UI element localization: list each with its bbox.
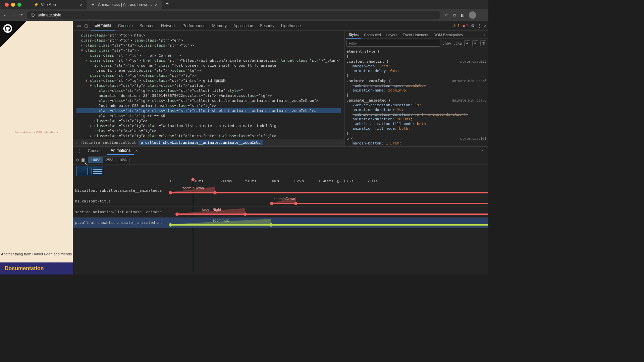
devtools-tab-sources[interactable]: Sources	[136, 21, 158, 31]
track-row[interactable]: p.callout-showList.animate__animated.ani…	[73, 218, 488, 228]
dom-line[interactable]: -grow fc-theme-githubclass="str">">…clas…	[76, 68, 341, 73]
styles-rules[interactable]: element.style {}.callout-showList {style…	[344, 48, 488, 146]
keyframe-dot[interactable]	[270, 202, 273, 205]
dom-line[interactable]: ▼ class=class="str">"tg"> class=class="s…	[76, 78, 341, 83]
keyframe-dot[interactable]	[269, 223, 273, 227]
computed-icon[interactable]: ≡	[472, 40, 478, 46]
dom-line[interactable]: ▼ class=class="str">"tg"> class=class="s…	[76, 83, 341, 88]
close-tab-icon[interactable]: ×	[135, 148, 138, 153]
dom-line[interactable]: ▸ class=class="str">"tg"> class="animati…	[76, 123, 341, 128]
devtools-tab-elements[interactable]: Elements	[91, 21, 115, 31]
dom-line[interactable]: class=class="str">"tg">>class=class="str…	[76, 73, 341, 78]
devtools-tab-network[interactable]: Network	[158, 21, 179, 31]
devtools-tab-application[interactable]: Application	[230, 21, 257, 31]
forward-button[interactable]: →	[11, 13, 15, 17]
bookmark-icon[interactable]: ☆	[444, 13, 448, 17]
side-panel-icon[interactable]: ◧	[461, 13, 464, 17]
keyframe-dot[interactable]	[175, 213, 179, 216]
reload-button[interactable]: ⟳	[19, 13, 23, 17]
fork-corner[interactable]	[0, 21, 27, 48]
device-toolbar-icon[interactable]: ▢	[84, 23, 88, 28]
breadcrumb-item[interactable]: section.callout	[103, 140, 136, 145]
devtools-tab-memory[interactable]: Memory	[209, 21, 230, 31]
browser-tab-vite[interactable]: ⚡ Vite App ×	[30, 0, 87, 9]
styles-filter-input[interactable]	[346, 40, 440, 47]
menu-icon[interactable]: ⋮	[481, 13, 485, 17]
devtools-tab-console[interactable]: Console	[115, 21, 136, 31]
dom-line[interactable]: tclass="str">">…class="tg">>	[76, 128, 341, 133]
track-bar[interactable]	[170, 192, 488, 193]
new-style-rule-icon[interactable]: +	[464, 40, 470, 46]
track-bar[interactable]	[170, 224, 488, 226]
close-devtools-icon[interactable]: ×	[484, 23, 486, 28]
dom-line[interactable]: Just-add-water CSS animationsclass=class…	[76, 103, 341, 108]
breadcrumb-left-icon[interactable]: ‹	[75, 140, 77, 145]
track-row[interactable]: h1.callout-titlezoomInDown	[73, 196, 488, 207]
dom-line[interactable]: id=class="str">"fork-corner" class="fork…	[76, 63, 341, 68]
clear-icon[interactable]: ⊘	[76, 158, 79, 162]
keyframe-dot[interactable]	[244, 213, 247, 216]
speed-100%[interactable]: 100%	[88, 157, 103, 163]
profile-avatar[interactable]	[469, 11, 476, 19]
track-bar[interactable]	[177, 214, 488, 215]
styles-tab-dom-breakpoints[interactable]: DOM Breakpoints	[431, 31, 466, 39]
close-drawer-icon[interactable]: ×	[479, 148, 486, 153]
errors-badge[interactable]: ■ 1	[463, 23, 468, 28]
hov-toggle[interactable]: :hov	[442, 41, 451, 46]
drawer-menu-icon[interactable]: ⋮	[75, 148, 83, 153]
toggle-sidebar-icon[interactable]: ◫	[480, 40, 486, 46]
keyframe-dot[interactable]	[294, 202, 298, 205]
dom-tree[interactable]: class=class="str">"tg"> html> class=clas…	[73, 31, 344, 139]
back-button[interactable]: ←	[3, 13, 7, 17]
track-bar[interactable]	[272, 203, 488, 204]
dom-line[interactable]: class=class="str">"tg"> html>	[76, 33, 341, 38]
dom-line[interactable]: class=class="str">"tg">>	[76, 118, 341, 123]
maximize-window-icon[interactable]	[17, 3, 21, 7]
styles-tab-computed[interactable]: Computed	[361, 31, 384, 39]
play-icon[interactable]: ▷	[337, 179, 340, 184]
dom-line[interactable]: class=class="str">"tg"> lang=class="str"…	[76, 38, 341, 43]
keyframe-dot[interactable]	[169, 191, 172, 194]
dom-line[interactable]: ▸ class=class="str">"tg">>…class=class="…	[76, 43, 341, 48]
animation-groups[interactable]	[73, 165, 488, 178]
timeline-ruler[interactable]: 219 ms ▷ 0250 ms500 ms750 ms1.00 s1.25 s…	[73, 178, 488, 185]
site-info-icon[interactable]: ⓘ	[31, 12, 35, 18]
dom-line[interactable]: ▼ class=class="str">"tg">>	[76, 48, 341, 53]
track-row[interactable]: h2.callout-subtitle.animate__animated.an…	[73, 185, 488, 196]
author-link[interactable]: Daniel Eden	[32, 252, 52, 256]
minimize-window-icon[interactable]	[11, 3, 15, 7]
dom-line[interactable]: animation-duration: 234.39291463675022ms…	[76, 93, 341, 98]
dom-line[interactable]: class=class="str">"tg">> == $0	[76, 113, 341, 118]
documentation-heading[interactable]: Documentation	[0, 262, 73, 275]
dom-line[interactable]: class=class="str">"tg"> class=class="str…	[76, 98, 341, 103]
warnings-badge[interactable]: ⚠ 1	[453, 23, 460, 28]
styles-tab-event-listeners[interactable]: Event Listeners	[400, 31, 431, 39]
keyframe-dot[interactable]	[213, 191, 217, 194]
keyframe-dot[interactable]	[169, 223, 172, 227]
speed-10%[interactable]: 10%	[116, 157, 129, 163]
devtools-tab-lighthouse[interactable]: Lighthouse	[278, 21, 304, 31]
dom-line[interactable]: ▸ class=class="str">"tg"> class=class="s…	[76, 133, 341, 138]
more-icon[interactable]: ⋮	[477, 23, 481, 28]
styles-tab-layout[interactable]: Layout	[384, 31, 400, 39]
friends-link[interactable]: friends	[61, 252, 72, 256]
extensions-icon[interactable]: ⧉	[453, 13, 456, 17]
breadcrumb-right-icon[interactable]: ›	[340, 140, 342, 145]
inspect-icon[interactable]: ▭	[77, 23, 81, 28]
pause-icon[interactable]: ▮▮	[81, 157, 84, 162]
browser-tab-animate[interactable]: ✦ Animate.css | A cross-brows… ×	[87, 0, 162, 9]
styles-tab-styles[interactable]: Styles	[346, 31, 361, 39]
drawer-tab-animations[interactable]: Animations	[107, 146, 134, 155]
speed-25%[interactable]: 25%	[103, 157, 116, 163]
dom-line[interactable]: ▸ class=class="str">"tg"> href=class="st…	[76, 58, 341, 63]
dom-breadcrumb[interactable]: ‹ :le.introsection.calloutp.callout-show…	[73, 139, 344, 146]
dom-line[interactable]: class=class="str">"tg">-- Fork Corner --…	[76, 53, 341, 58]
track-row[interactable]: section.animation-list.animate__animated…	[73, 207, 488, 218]
devtools-tab-performance[interactable]: Performance	[179, 21, 209, 31]
address-bar[interactable]: ⓘ animate.style	[27, 11, 440, 19]
cls-toggle[interactable]: .cls	[453, 41, 463, 46]
animation-group-thumb[interactable]	[76, 166, 103, 176]
breadcrumb-item[interactable]: :le.intro	[80, 140, 100, 145]
settings-icon[interactable]: ⚙	[471, 23, 475, 28]
dom-line[interactable]: ▸ class=class="str">"tg"> class=class="s…	[76, 108, 341, 113]
